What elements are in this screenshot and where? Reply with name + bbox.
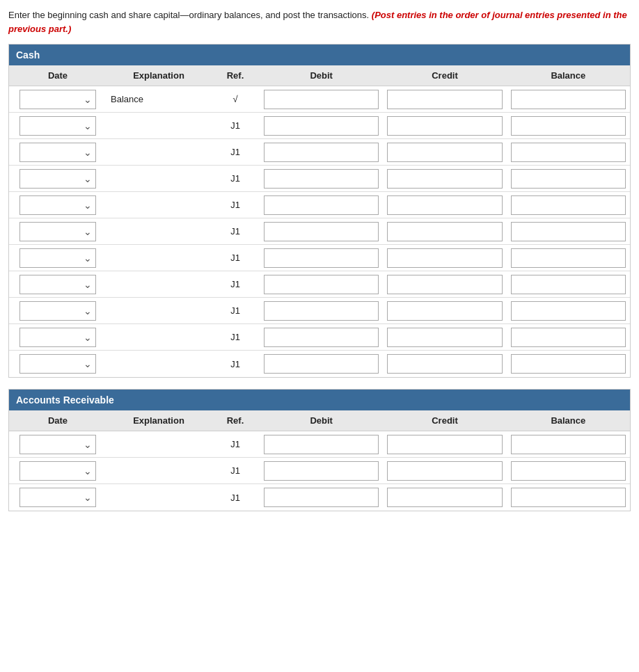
- cash-row-1-balance-input[interactable]: [511, 116, 626, 136]
- cash-balance-debit-input[interactable]: [264, 90, 379, 109]
- cash-row-5-balance-input[interactable]: [511, 222, 626, 241]
- cash-row-7-explanation-cell: [106, 282, 211, 287]
- cash-row-3-debit-input[interactable]: [264, 169, 379, 189]
- cash-row-7-credit-input[interactable]: [387, 275, 502, 294]
- ar-row-1-date-select[interactable]: [19, 435, 96, 454]
- cash-row-2-balance-input[interactable]: [511, 143, 626, 162]
- cash-balance-ref: √: [232, 94, 237, 104]
- cash-row-8-explanation-cell: [106, 308, 211, 314]
- cash-row-2: J1: [9, 139, 630, 166]
- cash-row-6-date-select[interactable]: [19, 248, 96, 268]
- cash-row-1-debit-cell: [260, 113, 383, 138]
- ar-row-3-ref-cell: J1: [211, 490, 260, 506]
- cash-row-2-credit-input[interactable]: [387, 143, 502, 162]
- cash-row-5-credit-input[interactable]: [387, 222, 502, 241]
- ar-row-3: J1: [9, 484, 630, 511]
- cash-row-1-debit-input[interactable]: [264, 116, 379, 136]
- cash-row-10-balance-input[interactable]: [511, 354, 626, 374]
- instructions: Enter the beginning cash and share capit…: [8, 8, 631, 35]
- cash-row-6-balance-input[interactable]: [511, 248, 626, 268]
- cash-row-2-balance-cell: [507, 140, 630, 165]
- cash-row-10-credit-input[interactable]: [387, 354, 502, 374]
- cash-balance-date-wrapper: [19, 90, 96, 109]
- ar-row-3-date-select[interactable]: [19, 488, 96, 507]
- cash-row-8-credit-input[interactable]: [387, 301, 502, 321]
- ar-col-ref: Ref.: [211, 410, 260, 431]
- cash-row-9-balance-input[interactable]: [511, 328, 626, 347]
- cash-row-5-debit-input[interactable]: [264, 222, 379, 241]
- cash-row-7-debit-input[interactable]: [264, 275, 379, 294]
- cash-balance-date-select[interactable]: [19, 90, 96, 109]
- cash-row-10-debit-input[interactable]: [264, 354, 379, 374]
- ar-row-1: J1: [9, 431, 630, 458]
- cash-row-5-date-select[interactable]: [19, 222, 96, 241]
- cash-row-10-explanation-cell: [106, 361, 211, 367]
- cash-row-3-explanation-cell: [106, 176, 211, 182]
- cash-row-4-balance-input[interactable]: [511, 195, 626, 215]
- ar-col-balance: Balance: [507, 410, 630, 431]
- ar-row-3-credit-input[interactable]: [387, 488, 502, 507]
- ar-col-explanation: Explanation: [106, 410, 211, 431]
- cash-row-1-date-cell: [9, 113, 106, 138]
- cash-row-2-debit-cell: [260, 140, 383, 165]
- cash-col-date: Date: [9, 65, 106, 86]
- ar-row-3-balance-input[interactable]: [511, 488, 626, 507]
- cash-row-1-credit-cell: [383, 113, 506, 138]
- ar-row-2-date-select[interactable]: [19, 461, 96, 481]
- cash-row-1-balance-cell: [507, 113, 630, 138]
- cash-row-9-debit-input[interactable]: [264, 328, 379, 347]
- cash-row-1: J1: [9, 113, 630, 139]
- cash-row-3-balance-input[interactable]: [511, 169, 626, 189]
- cash-row-7-date-select[interactable]: [19, 275, 96, 294]
- ar-row-2: J1: [9, 458, 630, 484]
- cash-row-5-explanation-cell: [106, 229, 211, 234]
- cash-row-8-ref-cell: J1: [211, 303, 260, 319]
- cash-row-3-date-select[interactable]: [19, 169, 96, 189]
- cash-row-4-credit-input[interactable]: [387, 195, 502, 215]
- cash-row-8-balance-input[interactable]: [511, 301, 626, 321]
- cash-row-4-debit-input[interactable]: [264, 195, 379, 215]
- ar-row-2-ref-cell: J1: [211, 463, 260, 479]
- cash-row-1-credit-input[interactable]: [387, 116, 502, 136]
- cash-row-6-explanation-cell: [106, 255, 211, 261]
- cash-row-3-credit-input[interactable]: [387, 169, 502, 189]
- cash-row-10-ref-cell: J1: [211, 356, 260, 372]
- cash-row-2-ref-cell: J1: [211, 144, 260, 160]
- cash-row-2-date-select[interactable]: [19, 143, 96, 162]
- cash-row-9: J1: [9, 324, 630, 351]
- cash-row-4: J1: [9, 192, 630, 218]
- cash-row-10-date-select[interactable]: [19, 354, 96, 374]
- ar-row-2-debit-input[interactable]: [264, 461, 379, 481]
- cash-row-8-debit-input[interactable]: [264, 301, 379, 321]
- cash-row-4-date-select[interactable]: [19, 195, 96, 215]
- cash-balance-balance-input[interactable]: [511, 90, 626, 109]
- ar-row-1-debit-input[interactable]: [264, 435, 379, 454]
- cash-balance-explanation: Balance: [111, 94, 143, 104]
- cash-row-6-ref-cell: J1: [211, 250, 260, 266]
- ar-row-3-debit-input[interactable]: [264, 488, 379, 507]
- ar-row-1-credit-input[interactable]: [387, 435, 502, 454]
- cash-row-7-balance-input[interactable]: [511, 275, 626, 294]
- cash-section-header: Cash: [9, 45, 630, 65]
- cash-row-6-debit-input[interactable]: [264, 248, 379, 268]
- cash-row-1-date-select[interactable]: [19, 116, 96, 136]
- cash-row-4-explanation-cell: [106, 202, 211, 208]
- cash-row-5-ref-cell: J1: [211, 223, 260, 239]
- ar-row-2-balance-input[interactable]: [511, 461, 626, 481]
- cash-row-7: J1: [9, 271, 630, 298]
- ar-row-1-ref-cell: J1: [211, 436, 260, 452]
- cash-row-2-debit-input[interactable]: [264, 143, 379, 162]
- cash-row-1-ref-cell: J1: [211, 118, 260, 134]
- cash-row-9-credit-input[interactable]: [387, 328, 502, 347]
- ar-col-date: Date: [9, 410, 106, 431]
- cash-col-balance: Balance: [507, 65, 630, 86]
- cash-row-6-credit-input[interactable]: [387, 248, 502, 268]
- ar-row-2-credit-input[interactable]: [387, 461, 502, 481]
- cash-row-balance-credit-cell: [383, 87, 506, 112]
- cash-section: Cash Date Explanation Ref. Debit Credit …: [8, 44, 631, 378]
- cash-balance-credit-input[interactable]: [387, 90, 502, 109]
- cash-row-8-date-select[interactable]: [19, 301, 96, 321]
- ar-row-1-balance-input[interactable]: [511, 435, 626, 454]
- ar-column-headers: Date Explanation Ref. Debit Credit Balan…: [9, 410, 630, 431]
- cash-row-9-date-select[interactable]: [19, 328, 96, 347]
